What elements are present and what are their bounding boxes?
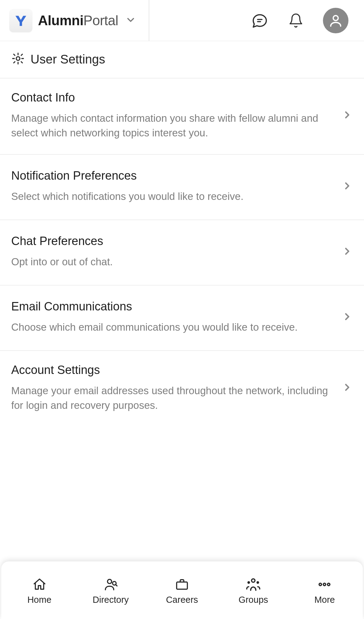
- svg-point-13: [328, 583, 330, 586]
- settings-item-description: Select which notifications you would lik…: [11, 189, 332, 204]
- settings-item-text: Chat Preferences Opt into or out of chat…: [11, 234, 342, 269]
- chevron-right-icon: [342, 180, 353, 193]
- nav-home[interactable]: Home: [4, 577, 75, 605]
- notifications-button[interactable]: [287, 12, 305, 30]
- header-actions: [149, 8, 364, 33]
- nav-label: Home: [27, 595, 51, 605]
- chevron-right-icon: [342, 246, 353, 258]
- svg-point-10: [257, 581, 259, 584]
- svg-point-8: [252, 579, 255, 582]
- nav-label: Careers: [166, 595, 198, 605]
- chevron-right-icon: [342, 311, 353, 324]
- nav-groups[interactable]: Groups: [218, 577, 289, 605]
- settings-item-text: Account Settings Manage your email addre…: [11, 363, 342, 413]
- settings-item-notification-preferences[interactable]: Notification Preferences Select which no…: [0, 155, 364, 220]
- settings-item-title: Chat Preferences: [11, 234, 332, 248]
- settings-item-title: Account Settings: [11, 363, 332, 377]
- settings-item-title: Notification Preferences: [11, 169, 332, 182]
- brand-light: Portal: [83, 13, 118, 28]
- svg-point-9: [247, 581, 250, 584]
- settings-item-description: Opt into or out of chat.: [11, 255, 332, 269]
- page-title-row: User Settings: [0, 41, 364, 78]
- chevron-right-icon: [342, 382, 353, 394]
- settings-item-description: Manage your email addresses used through…: [11, 384, 332, 413]
- brand-selector[interactable]: AlumniPortal: [0, 0, 149, 41]
- svg-point-3: [16, 57, 20, 60]
- groups-icon: [245, 577, 261, 592]
- chat-button[interactable]: [251, 12, 269, 30]
- brand-bold: Alumni: [38, 13, 83, 28]
- gear-icon: [11, 52, 25, 67]
- app-logo: [9, 9, 32, 32]
- settings-item-account-settings[interactable]: Account Settings Manage your email addre…: [0, 351, 364, 427]
- settings-item-contact-info[interactable]: Contact Info Manage which contact inform…: [0, 78, 364, 155]
- user-icon: [328, 13, 343, 28]
- settings-item-text: Contact Info Manage which contact inform…: [11, 91, 342, 140]
- svg-point-12: [324, 583, 326, 586]
- settings-list: Contact Info Manage which contact inform…: [0, 78, 364, 426]
- svg-point-11: [319, 583, 322, 586]
- home-icon: [32, 577, 47, 592]
- chat-icon: [251, 12, 268, 29]
- briefcase-icon: [174, 577, 190, 592]
- svg-point-2: [333, 16, 338, 21]
- svg-point-4: [107, 579, 111, 584]
- nav-label: Groups: [239, 595, 268, 605]
- bottom-nav: Home Directory Careers: [1, 561, 363, 619]
- nav-label: More: [314, 595, 335, 605]
- settings-item-text: Notification Preferences Select which no…: [11, 169, 342, 204]
- logo-icon: [14, 13, 28, 28]
- app-header: AlumniPortal: [0, 0, 364, 41]
- settings-item-title: Contact Info: [11, 91, 332, 104]
- nav-careers[interactable]: Careers: [146, 577, 217, 605]
- chevron-right-icon: [342, 109, 353, 122]
- svg-line-6: [116, 584, 117, 586]
- bell-icon: [288, 13, 304, 28]
- nav-directory[interactable]: Directory: [75, 577, 146, 605]
- settings-item-chat-preferences[interactable]: Chat Preferences Opt into or out of chat…: [0, 220, 364, 286]
- settings-item-text: Email Communications Choose which email …: [11, 300, 342, 335]
- profile-avatar-button[interactable]: [323, 8, 348, 33]
- chevron-down-icon: [125, 14, 136, 27]
- nav-more[interactable]: More: [289, 577, 360, 605]
- settings-item-description: Choose which email communications you wo…: [11, 320, 332, 335]
- settings-item-description: Manage which contact information you sha…: [11, 111, 332, 140]
- nav-label: Directory: [93, 595, 129, 605]
- directory-icon: [103, 577, 119, 592]
- settings-item-email-communications[interactable]: Email Communications Choose which email …: [0, 286, 364, 351]
- more-icon: [317, 577, 332, 592]
- page-title: User Settings: [30, 52, 105, 66]
- svg-rect-7: [177, 582, 188, 589]
- brand-name: AlumniPortal: [38, 13, 118, 28]
- settings-item-title: Email Communications: [11, 300, 332, 313]
